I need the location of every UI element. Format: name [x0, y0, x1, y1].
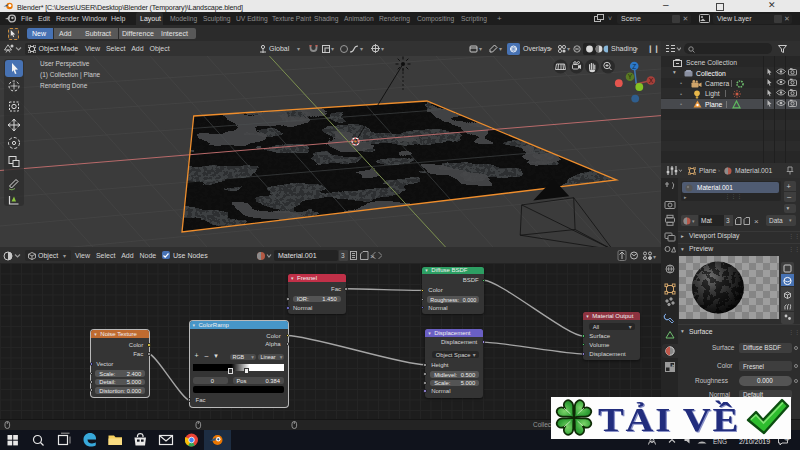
- svg-text:×: ×: [370, 252, 375, 260]
- svg-text:X: X: [649, 77, 654, 84]
- svg-text:Z: Z: [632, 63, 636, 70]
- svg-text:2/10/2019: 2/10/2019: [739, 438, 770, 445]
- svg-text:Y: Y: [628, 73, 633, 80]
- svg-text:▾: ▾: [653, 254, 656, 260]
- svg-text:×: ×: [754, 217, 759, 225]
